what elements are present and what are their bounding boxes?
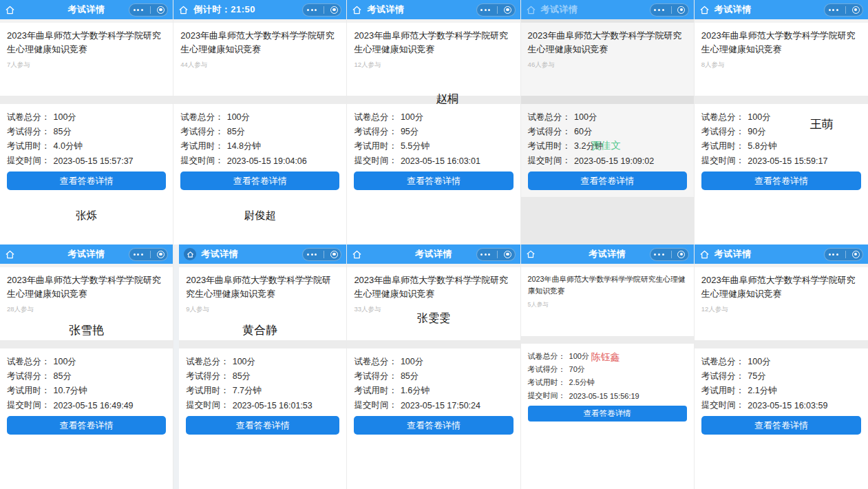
stat-total-score: 试卷总分：100分 (354, 110, 513, 125)
participant-count: 28人参与 (7, 305, 166, 314)
student-name-overlay: 尉俊超 (173, 209, 346, 223)
capsule-divider (845, 6, 846, 14)
page-footer (0, 441, 173, 489)
view-answers-button[interactable]: 查看答卷详情 (7, 416, 166, 435)
home-icon[interactable] (526, 5, 536, 15)
view-answers-button[interactable]: 查看答卷详情 (528, 406, 687, 422)
exam-screen-2: 倒计时：21:50 2023年曲阜师范大学数学科学学院研究生心理健康知识竞赛 4… (173, 0, 347, 244)
record-icon[interactable] (677, 6, 685, 14)
more-icon[interactable] (827, 9, 839, 11)
view-answers-button[interactable]: 查看答卷详情 (186, 416, 339, 435)
stat-time-used: 考试用时：5.5分钟 (354, 139, 513, 154)
home-icon[interactable] (526, 249, 536, 259)
nav-title: 考试详情 (714, 3, 752, 16)
stat-total-score: 试卷总分：100分 (186, 355, 339, 369)
more-icon[interactable] (480, 253, 491, 256)
nav-title: 考试详情 (201, 248, 238, 260)
nav-bar: 考试详情 (347, 244, 520, 264)
result-card: 试卷总分：100分 考试得分：85分 考试用时：10.7分钟 提交时间：2023… (0, 348, 173, 441)
capsule-divider (324, 251, 324, 258)
record-icon[interactable] (504, 6, 511, 14)
nav-bar: 考试详情 (521, 0, 694, 19)
view-answers-button[interactable]: 查看答卷详情 (354, 171, 513, 190)
stat-total-score: 试卷总分：100分 (701, 355, 861, 369)
nav-title: 考试详情 (41, 3, 131, 16)
view-answers-button[interactable]: 查看答卷详情 (180, 171, 339, 190)
more-icon[interactable] (133, 9, 145, 11)
nav-bar: 考试详情 (0, 0, 173, 19)
capsule-menu (302, 3, 341, 17)
participant-count: 44人参与 (180, 61, 339, 70)
stat-exam-score: 考试得分：70分 (528, 363, 687, 376)
stat-submit-time: 提交时间：2023-05-15 15:57:37 (7, 154, 166, 168)
page-footer (347, 197, 520, 244)
result-card: 试卷总分：100分 考试得分：75分 考试用时：2.1分钟 提交时间：2023-… (695, 348, 868, 441)
stat-exam-score: 考试得分：95分 (354, 125, 513, 139)
view-answers-button[interactable]: 查看答卷详情 (7, 171, 166, 190)
capsule-menu (824, 248, 863, 261)
page-footer (521, 197, 694, 244)
view-answers-button[interactable]: 查看答卷详情 (701, 171, 861, 190)
view-answers-button[interactable]: 查看答卷详情 (354, 416, 513, 435)
home-icon[interactable] (184, 248, 196, 260)
capsule-menu (129, 3, 168, 17)
page-footer (347, 441, 520, 489)
capsule-menu (650, 248, 689, 261)
record-icon[interactable] (330, 6, 338, 14)
record-icon[interactable] (677, 251, 685, 258)
home-icon[interactable] (5, 5, 15, 15)
card-gap (0, 96, 173, 104)
home-icon[interactable] (178, 5, 189, 15)
more-icon[interactable] (306, 9, 318, 11)
record-icon[interactable] (157, 6, 165, 14)
more-icon[interactable] (480, 9, 491, 11)
capsule-divider (671, 251, 672, 258)
exam-title: 2023年曲阜师范大学数学科学学院研究生心理健康知识竞赛 (701, 29, 861, 56)
stat-total-score: 试卷总分：100分 (354, 355, 513, 369)
participant-count: 12人参与 (354, 61, 513, 70)
stat-time-used: 考试用时：10.7分钟 (7, 384, 166, 398)
exam-screen-10: 考试详情 2023年曲阜师范大学数学科学学院研究生心理健康知识竞赛 12人参与 … (695, 244, 868, 489)
home-icon[interactable] (352, 5, 362, 15)
record-icon[interactable] (504, 251, 511, 258)
exam-title: 2023年曲阜师范大学数学科学学院研究生心理健康知识竞赛 (701, 273, 861, 300)
record-icon[interactable] (852, 6, 860, 14)
view-answers-button[interactable]: 查看答卷详情 (701, 416, 861, 435)
more-icon[interactable] (653, 253, 665, 256)
exam-title: 2023年曲阜师范大学数学科学学院研究生心理健康知识竞赛 (528, 273, 687, 296)
participant-count: 46人参与 (528, 61, 687, 70)
more-icon[interactable] (306, 253, 318, 256)
nav-title: 考试详情 (367, 3, 404, 16)
participant-count: 8人参与 (701, 61, 861, 70)
record-icon[interactable] (330, 251, 338, 258)
stat-total-score: 试卷总分：100分 (528, 110, 687, 125)
more-icon[interactable] (133, 253, 145, 256)
exam-title: 2023年曲阜师范大学数学科学学院研究生心理健康知识竞赛 (186, 273, 339, 300)
more-icon[interactable] (653, 9, 665, 11)
home-icon[interactable] (5, 249, 15, 260)
student-name-overlay: 王萌 (810, 116, 834, 132)
student-name-overlay: 张雯雯 (347, 311, 520, 326)
home-icon[interactable] (352, 249, 362, 260)
student-name-overlay: 张烁 (0, 209, 173, 223)
student-name-overlay: 陈钰鑫 (591, 351, 620, 364)
record-icon[interactable] (157, 251, 165, 258)
participant-count: 12人参与 (701, 305, 861, 314)
nav-title: 考试详情 (541, 3, 578, 16)
more-icon[interactable] (827, 253, 839, 256)
capsule-menu (824, 3, 863, 17)
result-card: 试卷总分：100分 考试得分：85分 考试用时：1.6分钟 提交时间：2023-… (347, 348, 520, 441)
exam-screen-1: 考试详情 2023年曲阜师范大学数学科学学院研究生心理健康知识竞赛 7人参与 试… (0, 0, 173, 244)
stat-submit-time: 提交时间：2023-05-15 16:01:53 (186, 398, 339, 413)
view-answers-button[interactable]: 查看答卷详情 (528, 171, 687, 190)
stat-submit-time: 提交时间：2023-05-15 16:03:01 (354, 154, 513, 168)
result-card: 试卷总分：100分 考试得分：95分 考试用时：5.5分钟 提交时间：2023-… (347, 104, 520, 197)
exam-info-card: 2023年曲阜师范大学数学科学学院研究生心理健康知识竞赛 46人参与 (521, 23, 694, 96)
countdown-timer: 倒计时：21:50 (193, 3, 255, 16)
home-icon[interactable] (699, 5, 710, 15)
nav-title: 考试详情 (388, 248, 478, 260)
home-icon[interactable] (699, 249, 710, 260)
record-icon[interactable] (852, 251, 860, 258)
stat-time-used: 考试用时：4.0分钟 (7, 139, 166, 154)
participant-count: 9人参与 (186, 305, 339, 314)
